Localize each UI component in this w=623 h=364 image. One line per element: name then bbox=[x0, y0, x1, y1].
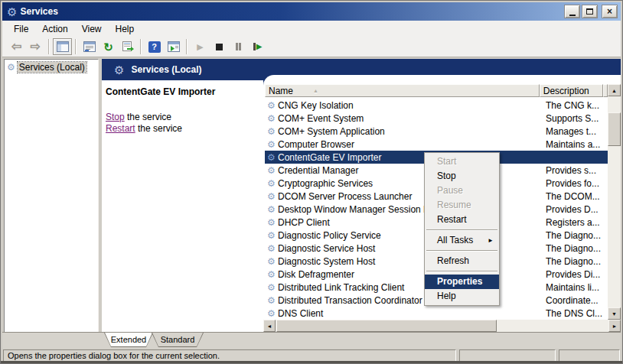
service-name: Diagnostic System Host bbox=[278, 256, 542, 267]
column-header-label: Description bbox=[543, 86, 589, 96]
context-menu-start[interactable]: Start bbox=[425, 154, 499, 169]
context-menu-refresh[interactable]: Refresh bbox=[425, 254, 499, 268]
tab-standard[interactable]: Standard bbox=[152, 333, 204, 347]
banner-gear-icon: ⚙ bbox=[114, 64, 124, 76]
service-name: DHCP Client bbox=[278, 217, 542, 228]
pause-service-button[interactable] bbox=[229, 38, 248, 55]
service-name: CNG Key Isolation bbox=[278, 100, 542, 111]
service-description: Maintains li... bbox=[542, 282, 608, 293]
submenu-arrow-icon: ► bbox=[488, 233, 494, 248]
pause-service-icon bbox=[239, 43, 241, 50]
context-menu-help[interactable]: Help bbox=[425, 289, 499, 304]
service-gear-icon: ⚙ bbox=[265, 283, 278, 292]
banner-title: Services (Local) bbox=[131, 64, 201, 75]
pause-service-icon bbox=[236, 43, 238, 50]
service-description: Maintains a... bbox=[542, 139, 608, 150]
service-description: The Diagno... bbox=[542, 243, 608, 254]
menu-action[interactable]: Action bbox=[35, 22, 74, 36]
context-menu: StartStopPauseResumeRestartAll Tasks►Ref… bbox=[424, 152, 500, 306]
scroll-down-icon: ▼ bbox=[612, 311, 617, 317]
title-bar[interactable]: ⚙ Services × bbox=[2, 2, 621, 21]
service-name: DCOM Server Process Launcher bbox=[278, 191, 542, 202]
maximize-button[interactable] bbox=[582, 5, 598, 18]
restart-service-link[interactable]: Restart bbox=[106, 123, 135, 134]
menu-help[interactable]: Help bbox=[109, 22, 142, 36]
horizontal-scroll-thumb[interactable] bbox=[276, 320, 497, 332]
service-gear-icon: ⚙ bbox=[265, 127, 278, 136]
restart-service-icon bbox=[253, 43, 256, 50]
help-button[interactable]: ? bbox=[145, 38, 164, 55]
service-row[interactable]: ⚙DNS ClientThe DNS Cl... bbox=[265, 307, 608, 320]
tab-extended[interactable]: Extended bbox=[104, 333, 153, 347]
service-description: The Diagno... bbox=[542, 230, 608, 241]
list-header: Name ▲ Description bbox=[265, 84, 608, 97]
context-menu-all-tasks[interactable]: All Tasks► bbox=[425, 233, 499, 248]
properties-button[interactable] bbox=[80, 38, 99, 55]
export-list-button[interactable] bbox=[118, 38, 137, 55]
column-header-description[interactable]: Description bbox=[540, 84, 603, 97]
service-name: Computer Browser bbox=[278, 139, 542, 150]
show-action-pane-button[interactable] bbox=[164, 38, 183, 55]
service-name: Cryptographic Services bbox=[278, 178, 542, 189]
service-gear-icon: ⚙ bbox=[265, 101, 278, 110]
tree-item-services-local[interactable]: ⚙ Services (Local) bbox=[7, 62, 98, 73]
close-button[interactable]: × bbox=[602, 5, 618, 18]
menu-bar: FileActionViewHelp bbox=[2, 21, 621, 37]
stop-service-link[interactable]: Stop bbox=[106, 112, 125, 122]
service-name: ContentGate EV Importer bbox=[278, 152, 542, 163]
menu-separator bbox=[426, 271, 497, 272]
scroll-down-button[interactable]: ▼ bbox=[608, 307, 621, 320]
tab-strip bbox=[2, 332, 621, 349]
vertical-scrollbar[interactable]: ▲ ▼ bbox=[608, 84, 621, 320]
scroll-left-icon: ◄ bbox=[267, 323, 272, 329]
properties-icon bbox=[83, 41, 96, 52]
forward-button[interactable]: ⇨ bbox=[26, 38, 45, 55]
status-panel-2 bbox=[459, 349, 556, 362]
service-description: Provides fo... bbox=[542, 178, 608, 189]
refresh-button[interactable]: ↻ bbox=[99, 38, 118, 55]
tree-item-label: Services (Local) bbox=[18, 62, 86, 73]
minimize-button[interactable] bbox=[564, 5, 580, 18]
app-gear-icon: ⚙ bbox=[7, 6, 17, 18]
restart-service-button[interactable]: ▶ bbox=[248, 38, 267, 55]
service-name: Desktop Window Manager Session Manager bbox=[278, 204, 542, 215]
menu-file[interactable]: File bbox=[7, 22, 35, 36]
service-description: Coordinate... bbox=[542, 295, 608, 306]
restart-service-icon: ▶ bbox=[256, 43, 263, 50]
scroll-up-button[interactable]: ▲ bbox=[608, 84, 621, 96]
stop-service-icon bbox=[216, 44, 223, 50]
action-suffix: the service bbox=[125, 112, 171, 122]
window-bottom-edge bbox=[1, 361, 622, 363]
service-gear-icon: ⚙ bbox=[265, 179, 278, 188]
service-action-line: Restart the service bbox=[106, 123, 182, 135]
service-description: The CNG k... bbox=[542, 100, 608, 111]
service-name: Distributed Link Tracking Client bbox=[278, 282, 542, 293]
toolbar-separator bbox=[186, 39, 188, 54]
context-menu-restart[interactable]: Restart bbox=[425, 213, 499, 227]
scroll-left-button[interactable]: ◄ bbox=[263, 320, 276, 332]
vertical-scroll-thumb[interactable] bbox=[608, 112, 621, 146]
service-row[interactable]: ⚙COM+ Event SystemSupports S... bbox=[265, 112, 608, 125]
back-button[interactable]: ⇦ bbox=[7, 38, 26, 55]
refresh-icon: ↻ bbox=[103, 41, 113, 53]
service-gear-icon: ⚙ bbox=[265, 296, 278, 305]
menu-separator bbox=[426, 229, 497, 231]
toolbar-separator bbox=[75, 39, 77, 54]
context-menu-stop[interactable]: Stop bbox=[425, 169, 499, 184]
start-service-button[interactable]: ▶ bbox=[191, 38, 210, 55]
services-mmc-window: ⚙ Services × FileActionViewHelp ⇦ ⇨ ↻ ? … bbox=[0, 0, 623, 364]
service-row[interactable]: ⚙Computer BrowserMaintains a... bbox=[265, 138, 608, 151]
context-menu-pause[interactable]: Pause bbox=[425, 184, 499, 198]
service-row[interactable]: ⚙COM+ System ApplicationManages t... bbox=[265, 125, 608, 138]
service-gear-icon: ⚙ bbox=[265, 153, 278, 162]
scroll-right-button[interactable]: ► bbox=[608, 320, 621, 332]
service-row[interactable]: ⚙CNG Key IsolationThe CNG k... bbox=[265, 99, 608, 112]
context-menu-properties[interactable]: Properties bbox=[425, 275, 499, 289]
show-console-tree-button[interactable] bbox=[53, 38, 72, 55]
column-header-name[interactable]: Name ▲ bbox=[265, 84, 540, 97]
service-action-line: Stop the service bbox=[106, 112, 182, 123]
context-menu-resume[interactable]: Resume bbox=[425, 198, 499, 213]
menu-view[interactable]: View bbox=[75, 22, 109, 36]
stop-service-button[interactable] bbox=[210, 38, 229, 55]
horizontal-scrollbar[interactable]: ◄ ► bbox=[263, 320, 621, 332]
